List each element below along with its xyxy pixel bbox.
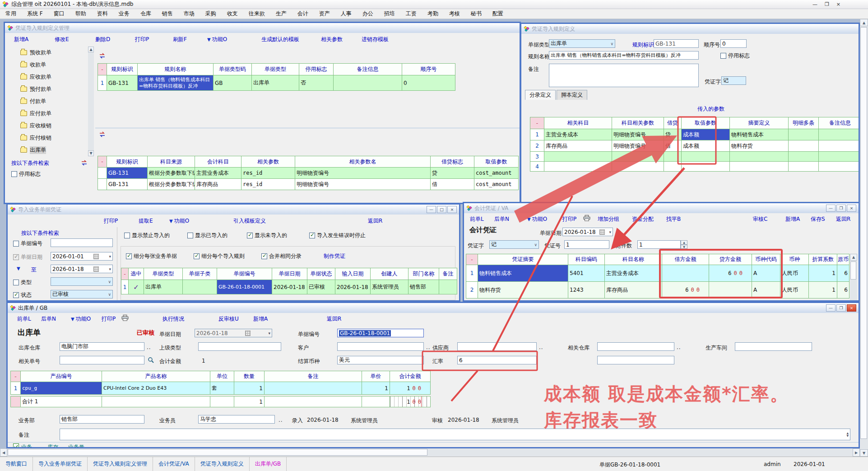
cell-account-name[interactable]: 库存商品 bbox=[605, 282, 662, 298]
cell-stop-flag[interactable]: 否 bbox=[299, 75, 334, 91]
cell-currency-code[interactable]: A bbox=[752, 282, 780, 298]
minimize-icon[interactable]: — bbox=[427, 206, 436, 213]
printer-icon[interactable] bbox=[121, 315, 129, 321]
menu-item[interactable]: 业务 bbox=[113, 10, 135, 18]
cell-debit-amount[interactable]: 600 bbox=[662, 282, 709, 298]
close-icon[interactable]: × bbox=[847, 304, 856, 312]
refresh-button[interactable]: 刷新F bbox=[173, 36, 187, 43]
add-button[interactable]: 新增A bbox=[253, 315, 268, 323]
cell-dc[interactable]: 借 bbox=[664, 140, 682, 152]
doc-date-field[interactable]: 2026-01-18▾ bbox=[562, 228, 613, 236]
related-params-button[interactable]: 相关参数 bbox=[321, 36, 343, 43]
next-doc-button[interactable]: 后单N bbox=[494, 215, 509, 223]
cell-row-number[interactable]: 1 bbox=[530, 129, 544, 140]
exec-status-button[interactable]: 执行情况 bbox=[162, 315, 184, 323]
tree-item[interactable]: 应付核销 bbox=[9, 132, 87, 144]
cell-doc-type[interactable]: 出库单 bbox=[144, 280, 183, 294]
status-select[interactable]: 已审核∨ bbox=[51, 290, 113, 298]
cell-product-code[interactable]: cpu_g bbox=[21, 382, 102, 395]
cell-product-name[interactable]: CPU-Intel Core 2 Duo E43 bbox=[102, 382, 210, 395]
merge-same-checkbox[interactable]: 合并相同分录 bbox=[261, 252, 302, 260]
prev-doc-button[interactable]: 前单L bbox=[17, 315, 31, 323]
cell-value-param[interactable]: 成本额 bbox=[682, 140, 730, 152]
doc-date-field[interactable]: 2026-01-18▾ bbox=[195, 329, 272, 337]
menu-item[interactable]: 生产 bbox=[270, 10, 292, 18]
doc-no-checkbox[interactable]: 单据编号 bbox=[13, 240, 42, 247]
table-row[interactable]: 4 bbox=[530, 162, 860, 172]
cell-rule-id[interactable]: GB-131 bbox=[107, 168, 148, 179]
cell-param[interactable]: 明细物资编号 bbox=[612, 129, 664, 140]
generate-template-button[interactable]: 生成默认的模板 bbox=[261, 36, 299, 43]
calendar-icon[interactable] bbox=[93, 266, 99, 272]
back-button[interactable]: 返回R bbox=[836, 215, 850, 223]
seq-field[interactable]: 0 bbox=[720, 39, 747, 48]
function-menu-button[interactable]: ▼功能O bbox=[207, 36, 227, 43]
dept-field[interactable]: 销售部 bbox=[60, 415, 144, 424]
exchange-rate-field[interactable]: 6 bbox=[457, 356, 537, 364]
splitter[interactable] bbox=[95, 128, 520, 128]
incoming-params-link[interactable]: 传入的参数 bbox=[697, 105, 724, 113]
minimize-icon[interactable]: — bbox=[812, 1, 817, 7]
swap-icon[interactable] bbox=[81, 160, 88, 166]
tab-script-definition[interactable]: 脚本定义 bbox=[557, 90, 587, 100]
restore-icon[interactable]: ❐ bbox=[836, 205, 846, 212]
horizontal-scrollbar[interactable]: ◀ ▶ bbox=[0, 448, 860, 457]
cell-rule-name[interactable]: 出库单 销售（物料销售成本科目=物料存货科目模板）反冲 bbox=[138, 75, 214, 91]
next-doc-button[interactable]: 后单N bbox=[41, 315, 56, 323]
scroll-arrows[interactable]: ▲▼ bbox=[845, 432, 849, 437]
cell-creator[interactable]: 系统管理员 bbox=[371, 280, 408, 294]
close-icon[interactable]: × bbox=[847, 205, 856, 212]
calendar-icon[interactable] bbox=[599, 229, 605, 235]
workshop-field[interactable] bbox=[735, 342, 812, 351]
print-button[interactable]: 打印P bbox=[562, 215, 576, 223]
cell-status[interactable]: 已审核 bbox=[307, 280, 335, 294]
menu-item[interactable]: 资料 bbox=[92, 10, 113, 18]
print-button[interactable]: 打印P bbox=[104, 217, 118, 225]
tree-item[interactable]: 收款单 bbox=[9, 59, 87, 71]
tab-entry-definition[interactable]: 分录定义 bbox=[525, 90, 556, 100]
tab-business[interactable]: 业务 bbox=[21, 443, 32, 448]
menu-item[interactable]: 销售 bbox=[157, 10, 178, 18]
stepper[interactable]: ▲▼ bbox=[681, 240, 687, 249]
tree-item[interactable]: 应付款单 bbox=[9, 107, 87, 120]
rel-warehouse-field[interactable] bbox=[597, 342, 674, 351]
unaudit-button[interactable]: 反审核U bbox=[218, 315, 239, 323]
supplier-field[interactable] bbox=[457, 342, 537, 351]
date-from-field[interactable]: 2026-01-01▾ bbox=[51, 252, 113, 261]
magnifier-icon[interactable] bbox=[148, 357, 154, 363]
cell-currency[interactable]: 人民币 bbox=[780, 265, 809, 282]
cell-row-number[interactable]: 2 bbox=[466, 282, 478, 298]
type-select[interactable]: ∨ bbox=[51, 277, 113, 286]
table-row[interactable]: 2 物料存货 1243 库存商品 600 A 人民币 1 6 bbox=[466, 282, 849, 298]
doc-no-field[interactable]: GB-26-01-18-0001 bbox=[337, 329, 424, 337]
cell-param[interactable]: res_id bbox=[241, 179, 295, 190]
cell-doc-no[interactable]: GB-26-01-18-0001 bbox=[217, 280, 272, 294]
warehouse-field[interactable]: 电脑门市部 bbox=[60, 342, 144, 351]
print-button[interactable]: 打印P bbox=[102, 315, 116, 323]
save-button[interactable]: 保存S bbox=[811, 215, 825, 223]
scrollbar-thumb[interactable] bbox=[860, 27, 867, 439]
cell-amount[interactable]: 100 bbox=[390, 382, 431, 395]
tree-item-selected[interactable]: 出库单 bbox=[9, 144, 87, 156]
lookup-button[interactable]: .. bbox=[677, 344, 681, 350]
cell-account[interactable]: 库存商品 bbox=[195, 179, 241, 190]
cell-factor[interactable]: 1 bbox=[809, 265, 837, 282]
cell-doc-date[interactable]: 2026-01-18 bbox=[272, 280, 307, 294]
status-checkbox[interactable]: 状态 bbox=[13, 291, 32, 299]
add-button[interactable]: 新增A bbox=[785, 215, 800, 223]
menu-item[interactable]: 收支 bbox=[222, 10, 243, 18]
menu-item[interactable]: 办公 bbox=[357, 10, 379, 18]
cell-dc-flag[interactable]: 贷 bbox=[431, 168, 474, 179]
taskbar-item-accounting-voucher[interactable]: 会计凭证/VA bbox=[153, 457, 195, 471]
stop-on-error-checkbox[interactable]: 导入发生错误时停止 bbox=[309, 232, 366, 239]
menu-item[interactable]: 帮助 bbox=[70, 10, 92, 18]
tree-item[interactable]: 应收款单 bbox=[9, 71, 87, 83]
menu-item[interactable]: 往来款 bbox=[243, 10, 270, 18]
cell-note[interactable] bbox=[819, 129, 860, 140]
split-per-rule-checkbox[interactable]: 细分每个导入规则 bbox=[194, 252, 245, 260]
cell-type-code[interactable]: GB bbox=[214, 75, 252, 91]
close-icon[interactable]: × bbox=[836, 1, 840, 7]
menu-item[interactable]: 资产 bbox=[314, 10, 335, 18]
cell-qty[interactable]: 1 bbox=[234, 382, 265, 395]
menu-item[interactable]: 仓库 bbox=[135, 10, 157, 18]
